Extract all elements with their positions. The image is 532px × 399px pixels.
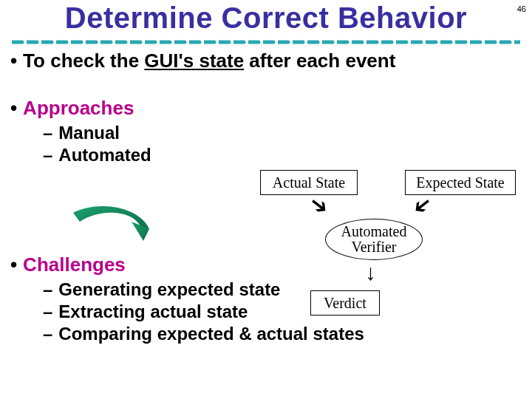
bullet-check-gui: •To check the GUI's state after each eve… — [10, 49, 522, 73]
box-actual-state: Actual State — [260, 170, 358, 195]
bullet1-gui: GUI's state — [144, 50, 244, 72]
sub-automated: –Automated — [43, 144, 522, 166]
sub-gen-expected: –Generating expected state — [43, 279, 522, 301]
slide: 46 Determine Correct Behavior •To check … — [0, 0, 532, 399]
bullet-approaches: •Approaches — [10, 96, 522, 120]
verifier-text: AutomatedVerifier — [341, 224, 407, 255]
dash-icon: – — [43, 145, 52, 165]
bullet-dot-icon: • — [10, 253, 17, 276]
dash-icon: – — [43, 324, 52, 344]
bullet1-prefix: To check the — [23, 50, 144, 72]
sub-manual: –Manual — [43, 122, 522, 144]
oval-automated-verifier: AutomatedVerifier — [325, 219, 423, 260]
sub-extract-actual: –Extracting actual state — [43, 301, 522, 323]
content-area: •To check the GUI's state after each eve… — [10, 49, 522, 75]
sub-manual-label: Manual — [58, 123, 120, 143]
challenges-block: •Challenges –Generating expected state –… — [10, 253, 522, 345]
bullet-dot-icon: • — [10, 97, 17, 119]
slide-title: Determine Correct Behavior — [0, 1, 532, 35]
sub-compare: –Comparing expected & actual states — [43, 323, 522, 345]
arrow-verifier-to-verdict-icon: ↓ — [365, 260, 376, 285]
sub-compare-label: Comparing expected & actual states — [58, 324, 364, 344]
dash-icon: – — [43, 279, 52, 299]
sub-automated-label: Automated — [58, 145, 151, 165]
swoosh-arrow-icon — [69, 204, 158, 259]
dash-icon: – — [43, 123, 52, 143]
title-underline — [12, 38, 520, 44]
approaches-block: •Approaches –Manual –Automated — [10, 96, 522, 166]
box-verdict: Verdict — [310, 290, 380, 316]
approaches-label: Approaches — [23, 97, 134, 119]
svg-rect-1 — [12, 38, 520, 46]
sub-gen-expected-label: Generating expected state — [58, 279, 280, 299]
dash-icon: – — [43, 301, 52, 321]
bullet1-suffix: after each event — [244, 50, 395, 72]
bullet-dot-icon: • — [10, 50, 17, 72]
sub-extract-actual-label: Extracting actual state — [58, 301, 248, 321]
